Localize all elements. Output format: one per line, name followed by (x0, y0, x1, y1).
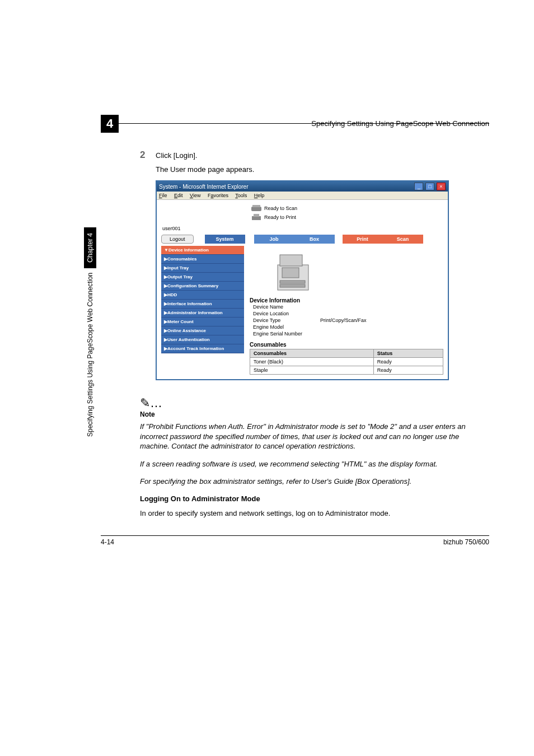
subheading: Logging On to Administrator Mode (140, 494, 484, 503)
device-image (272, 248, 317, 293)
body-paragraph: In order to specify system and network s… (140, 508, 484, 519)
printer-icon (251, 213, 262, 221)
row-device-name: Device Name (250, 304, 443, 310)
svg-rect-3 (254, 214, 259, 217)
side-tab-chapter: Chapter 4 (84, 227, 96, 268)
menu-view[interactable]: View (190, 193, 200, 198)
step-number: 2 (140, 150, 156, 161)
section-device-info: Device Information (250, 297, 443, 304)
sidebar-item-hdd[interactable]: ▶HDD (161, 291, 244, 300)
sidebar-item-input-tray[interactable]: ▶Input Tray (161, 264, 244, 273)
tab-job[interactable]: Job (254, 235, 294, 244)
sidebar-item-config-summary[interactable]: ▶Configuration Summary (161, 282, 244, 291)
logout-button[interactable]: Logout (161, 235, 194, 244)
tab-system[interactable]: System (205, 235, 245, 244)
sidebar-item-user-auth[interactable]: ▶User Authentication (161, 335, 244, 344)
page-footer: 4-14 bizhub 750/600 (101, 535, 489, 546)
browser-menubar: FFileile Edit View Favorites Tools Help (157, 192, 448, 200)
svg-rect-5 (280, 255, 302, 266)
side-tab-text: Specifying Settings Using PageScope Web … (86, 273, 94, 437)
sidebar-item-output-tray[interactable]: ▶Output Tray (161, 273, 244, 282)
tab-box[interactable]: Box (294, 235, 335, 244)
menu-help[interactable]: Help (254, 193, 265, 198)
th-consumables: Consumables (250, 349, 374, 358)
note-paragraph-1: If "Prohibit Functions when Auth. Error"… (140, 422, 484, 451)
scanner-icon (251, 204, 262, 212)
username-label: user001 (162, 226, 443, 231)
menu-tools[interactable]: Tools (235, 193, 247, 198)
note-paragraph-2: If a screen reading software is used, we… (140, 459, 484, 469)
status-scan-row: Ready to Scan (251, 204, 443, 212)
cell-staple-status: Ready (373, 366, 443, 375)
side-tab: Specifying Settings Using PageScope Web … (84, 227, 96, 437)
section-consumables: Consumables (250, 342, 443, 348)
product-name: bizhub 750/600 (443, 538, 489, 546)
sidebar-item-meter-count[interactable]: ▶Meter Count (161, 318, 244, 326)
sidebar-item-interface-info[interactable]: ▶Interface Information (161, 300, 244, 309)
menu-favorites[interactable]: Favorites (208, 193, 228, 198)
chapter-number-box: 4 (101, 115, 119, 133)
maximize-icon[interactable]: □ (425, 183, 434, 190)
row-device-type: Device Type Print/Copy/Scan/Fax (250, 317, 443, 324)
svg-rect-8 (280, 284, 305, 287)
row-engine-serial: Engine Serial Number (250, 330, 443, 337)
svg-rect-0 (251, 207, 261, 211)
running-header-title: Specifying Settings Using PageScope Web … (119, 119, 489, 128)
svg-rect-7 (280, 281, 305, 283)
cell-toner-status: Ready (373, 358, 443, 366)
status-print-row: Ready to Print (251, 213, 443, 221)
device-type-value: Print/Copy/Scan/Fax (320, 318, 367, 323)
sidebar-item-device-info[interactable]: ▼Device Information (161, 246, 244, 255)
sidebar-item-admin-info[interactable]: ▶Administrator Information (161, 309, 244, 318)
sidebar-item-online-assist[interactable]: ▶Online Assistance (161, 326, 244, 335)
consumables-table: ConsumablesStatus Toner (Black)Ready Sta… (250, 349, 443, 375)
note-title: Note (140, 410, 484, 418)
status-scan-text: Ready to Scan (264, 206, 297, 211)
menu-edit[interactable]: Edit (174, 193, 183, 198)
svg-rect-2 (252, 216, 261, 220)
tab-print[interactable]: Print (343, 235, 383, 244)
status-print-text: Ready to Print (264, 214, 296, 220)
sidebar: ▼Device Information ▶Consumables ▶Input … (161, 246, 244, 375)
cell-toner: Toner (Black) (250, 358, 374, 366)
sidebar-item-account-track[interactable]: ▶Account Track Information (161, 344, 244, 353)
th-status: Status (373, 349, 443, 358)
row-engine-model: Engine Model (250, 324, 443, 330)
sidebar-item-consumables[interactable]: ▶Consumables (161, 255, 244, 264)
minimize-icon[interactable]: _ (414, 183, 423, 190)
window-buttons: _ □ × (414, 183, 446, 190)
page-number: 4-14 (101, 538, 114, 546)
step-subtext: The User mode page appears. (156, 165, 484, 174)
close-icon[interactable]: × (437, 183, 446, 190)
cell-staple: Staple (250, 366, 374, 375)
note-paragraph-3: For specifying the box administrator set… (140, 477, 484, 487)
note-icon: ✎… (140, 396, 484, 410)
browser-window: System - Microsoft Internet Explorer _ □… (156, 180, 449, 380)
menu-file[interactable]: FFileile (159, 193, 167, 198)
tab-scan[interactable]: Scan (383, 235, 423, 244)
device-type-label: Device Type (253, 318, 320, 323)
svg-rect-1 (252, 205, 260, 207)
step-text: Click [Login]. (156, 150, 197, 161)
svg-rect-6 (282, 268, 299, 278)
browser-titlebar: System - Microsoft Internet Explorer _ □… (157, 181, 448, 192)
browser-title: System - Microsoft Internet Explorer (159, 184, 249, 190)
row-device-location: Device Location (250, 310, 443, 317)
